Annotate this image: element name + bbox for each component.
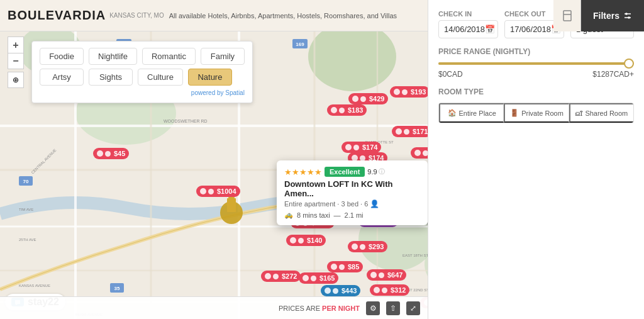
zoom-out-button[interactable]: − <box>8 53 24 69</box>
tag-romantic[interactable]: Romantic <box>142 48 196 65</box>
popup-score: 9.9 <box>367 168 377 176</box>
svg-text:KANSAS AVENUE: KANSAS AVENUE <box>19 284 50 288</box>
filters-button[interactable]: Filters <box>581 0 644 31</box>
shared-icon: 🛋 <box>575 109 582 117</box>
room-type-buttons: 🏠 Entire Place 🚪 Private Room 🛋 Shared R… <box>438 103 634 123</box>
tag-nightlife[interactable]: Nightlife <box>89 48 137 65</box>
bookmark-button[interactable] <box>553 0 581 31</box>
price-slider-track[interactable] <box>438 62 634 65</box>
taxi-icon: 🚕 <box>284 211 293 219</box>
svg-text:169: 169 <box>296 42 304 47</box>
map-container[interactable]: 70 35 169 169 WOODSWETHER RD CHARLOTTE S… <box>0 0 428 319</box>
property-popup[interactable]: ★★★★★ Excellent 9.9 ⓘ Downtown LOFT In K… <box>277 160 428 225</box>
tag-foodie[interactable]: Foodie <box>40 48 84 65</box>
price-pin-p647[interactable]: $647 <box>367 269 406 281</box>
popup-info: 🚕 8 mins taxi — 2.1 mi <box>284 211 420 219</box>
filters-area: Filters <box>553 0 644 31</box>
powered-by: powered by Spatial <box>40 89 245 96</box>
svg-text:70: 70 <box>23 179 29 184</box>
checkin-field: Check in 14/06/2018 📅 <box>438 10 498 38</box>
price-pin-p1004[interactable]: $1004 <box>196 186 240 197</box>
price-pin-p45a[interactable]: $45 <box>93 148 129 159</box>
svg-rect-42 <box>227 198 236 212</box>
price-pin-p174a[interactable]: $174 <box>341 142 381 153</box>
popup-rating-row: ★★★★★ Excellent 9.9 ⓘ <box>284 167 420 177</box>
tag-sights[interactable]: Sights <box>89 69 133 86</box>
price-pin-p165[interactable]: $165 <box>299 272 338 284</box>
price-labels: $0CAD $1287CAD+ <box>438 70 634 79</box>
filters-label: Filters <box>593 11 619 21</box>
price-max: $1287CAD+ <box>592 70 634 79</box>
price-range-section: Price range (nightly) $0CAD $1287CAD+ <box>438 47 634 79</box>
room-type-label: Room type <box>438 87 634 96</box>
svg-text:TIM AVE: TIM AVE <box>19 208 33 211</box>
price-pin-p212[interactable]: $212 <box>411 147 428 159</box>
bookmark-icon <box>562 10 573 21</box>
svg-text:EAST 18TH ST: EAST 18TH ST <box>402 254 428 257</box>
svg-point-8 <box>308 22 396 91</box>
filter-row-1: Foodie Nightlife Romantic Family <box>40 48 245 65</box>
map-controls: + − ⊕ <box>8 36 24 88</box>
price-pin-p429[interactable]: $429 <box>348 93 388 104</box>
expand-icon-btn[interactable]: ⤢ <box>406 301 420 315</box>
header-city: KANSAS CITY, MO <box>109 12 164 19</box>
svg-text:35: 35 <box>114 286 120 291</box>
door-icon: 🚪 <box>510 109 519 117</box>
price-pin-p443[interactable]: $443 <box>321 285 360 296</box>
spatial-link[interactable]: Spatial <box>225 89 245 96</box>
popup-stars: ★★★★★ <box>284 167 322 177</box>
filter-tags-panel: Foodie Nightlife Romantic Family Artsy S… <box>31 41 253 103</box>
compass-button[interactable]: ⊕ <box>8 72 24 88</box>
popup-subtitle: Entire apartment · 3 bed · 6 👤 <box>284 199 420 208</box>
svg-rect-0 <box>564 11 571 21</box>
entire-place-btn[interactable]: 🏠 Entire Place <box>439 103 504 123</box>
price-pin-p193[interactable]: $193 <box>390 86 428 98</box>
svg-point-3 <box>625 13 628 15</box>
price-pin-p293[interactable]: $293 <box>348 241 387 252</box>
price-pin-p140[interactable]: $140 <box>286 235 326 246</box>
tag-family[interactable]: Family <box>201 48 245 65</box>
shared-room-btn[interactable]: 🛋 Shared Room <box>569 103 633 123</box>
sliders-icon <box>623 11 632 20</box>
bottom-status-bar: PRICES ARE PER NIGHT ⚙ ⇧ ⤢ <box>0 296 428 319</box>
price-pin-p85[interactable]: $85 <box>327 261 363 272</box>
home-icon: 🏠 <box>448 109 457 117</box>
filter-row-2: Artsy Sights Culture Nature <box>40 69 245 86</box>
header-title: BOULEVARDIA <box>8 8 106 23</box>
svg-text:WOODSWETHER RD: WOODSWETHER RD <box>164 119 208 123</box>
zoom-in-button[interactable]: + <box>8 36 24 53</box>
price-slider-thumb[interactable] <box>624 59 634 69</box>
svg-point-4 <box>628 16 630 19</box>
right-panel: Check in 14/06/2018 📅 Check out 17/06/20… <box>428 0 644 319</box>
calendar-icon: 📅 <box>485 25 495 34</box>
person-icon: 👤 <box>370 199 379 208</box>
tag-artsy[interactable]: Artsy <box>40 69 84 86</box>
tag-nature[interactable]: Nature <box>188 69 232 86</box>
price-pin-p312[interactable]: $312 <box>370 284 409 296</box>
share-icon-btn[interactable]: ⇧ <box>386 301 400 315</box>
svg-text:25TH AVE: 25TH AVE <box>19 238 36 242</box>
popup-badge: Excellent <box>325 167 365 177</box>
popup-title: Downtown LOFT In KC With Amen... <box>284 179 420 198</box>
tag-culture[interactable]: Culture <box>138 69 183 86</box>
price-pin-p272[interactable]: $272 <box>261 271 301 282</box>
popup-score-icon: ⓘ <box>379 167 385 176</box>
checkin-label: Check in <box>438 10 498 18</box>
price-range-label: Price range (nightly) <box>438 47 634 56</box>
price-slider-fill <box>438 62 634 65</box>
checkin-input[interactable]: 14/06/2018 📅 <box>438 20 498 38</box>
per-night-label: PRICES ARE PER NIGHT <box>279 305 360 312</box>
settings-icon-btn[interactable]: ⚙ <box>366 301 380 315</box>
private-room-btn[interactable]: 🚪 Private Room <box>504 103 569 123</box>
header-subtitle: All available Hotels, Airbnbs, Apartment… <box>169 12 397 20</box>
room-type-section: Room type 🏠 Entire Place 🚪 Private Room … <box>438 87 634 123</box>
price-pin-p183[interactable]: $183 <box>327 104 367 116</box>
price-pin-p171[interactable]: $171 <box>392 126 428 137</box>
price-min: $0CAD <box>438 70 463 79</box>
